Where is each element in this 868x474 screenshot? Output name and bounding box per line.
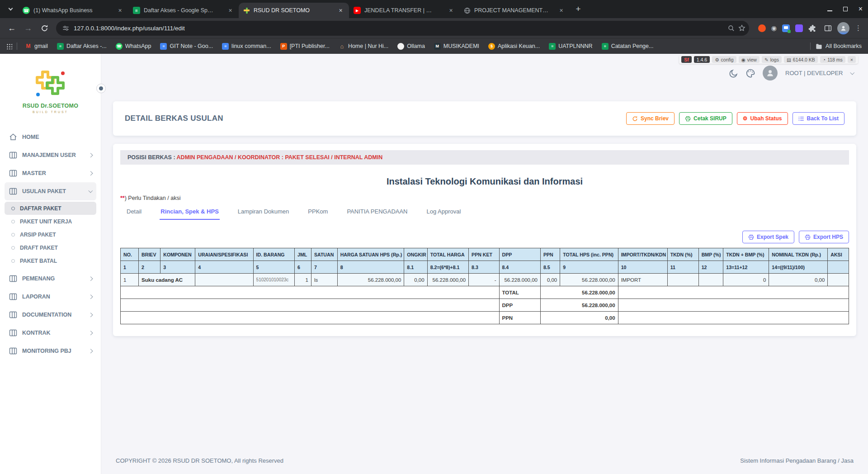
sidebar-item-kontrak[interactable]: KONTRAK <box>5 324 96 342</box>
bookmark-gmail[interactable]: Mgmail <box>22 42 51 51</box>
tab-search-button[interactable] <box>4 2 17 16</box>
bookmark-git-note[interactable]: ≡GIT Note - Goo... <box>157 42 216 51</box>
sidebar-item-documentation[interactable]: DOCUMENTATION <box>5 306 96 324</box>
sidebar-item-master[interactable]: MASTER <box>5 164 96 182</box>
debug-close-button[interactable]: × <box>848 56 856 63</box>
new-tab-button[interactable]: + <box>571 2 585 16</box>
cell-ppn: 0,00 <box>540 274 560 286</box>
browser-tab-rsud-active[interactable]: RSUD DR SOETOMO × <box>239 3 349 18</box>
cell-total-harga: 56.228.000,00 <box>427 274 468 286</box>
split-view-icon[interactable] <box>824 24 832 32</box>
numbering-cell: 11 <box>667 261 698 274</box>
bookmark-daftar-akses[interactable]: ≡Daftar Akses -... <box>54 42 110 51</box>
close-window-button[interactable]: × <box>859 5 863 13</box>
all-bookmarks-button[interactable]: All Bookmarks <box>808 43 862 50</box>
tab-close-icon[interactable]: × <box>447 7 455 14</box>
sidebar-item-laporan[interactable]: LAPORAN <box>5 288 96 306</box>
sidebar-item-draft-paket[interactable]: DRAFT PAKET <box>5 241 96 254</box>
tab-close-icon[interactable]: × <box>557 7 565 14</box>
bookmark-linux-commands[interactable]: ≡linux comman... <box>219 42 274 51</box>
bookmark-ollama[interactable]: Ollama <box>394 42 428 51</box>
cetak-sirup-button[interactable]: Cetak SIRUP <box>679 112 732 125</box>
back-to-list-button[interactable]: Back To List <box>793 112 844 125</box>
sidebar-item-paket-batal[interactable]: PAKET BATAL <box>5 254 96 267</box>
browser-tab-project[interactable]: PROJECT MANAGEMENT… × <box>459 3 570 18</box>
maximize-button[interactable] <box>843 5 848 13</box>
site-settings-icon[interactable] <box>62 25 69 32</box>
cell-import: IMPORT <box>618 274 667 286</box>
hps-table-wrapper: NO. BRIEV KOMPONEN URAIAN/SPESIFIKASI ID… <box>120 248 849 324</box>
tab-log-approval[interactable]: Log Approval <box>426 204 462 220</box>
minimize-button[interactable] <box>827 5 832 13</box>
browser-tab-whatsapp[interactable]: ☎ (1) WhatsApp Business × <box>18 3 128 18</box>
user-avatar[interactable] <box>763 66 778 81</box>
sidebar-item-daftar-paket[interactable]: DAFTAR PAKET <box>5 202 96 215</box>
sidebar-item-pemenang[interactable]: PEMENANG <box>5 270 96 288</box>
sidebar-item-usulan-paket[interactable]: USULAN PAKET <box>5 182 96 200</box>
back-button[interactable]: ← <box>5 21 19 35</box>
music-icon: M <box>434 43 441 50</box>
tab-close-icon[interactable]: × <box>116 7 124 14</box>
chevron-down-icon[interactable] <box>850 70 854 74</box>
sidebar-collapse-toggle[interactable] <box>96 84 106 93</box>
blue-extension-icon[interactable] <box>782 24 790 32</box>
sidebar-item-home[interactable]: HOME <box>5 128 96 146</box>
tab-detail[interactable]: Detail <box>126 204 142 220</box>
sync-icon <box>632 116 638 122</box>
url-text[interactable]: 127.0.0.1:8000/index.php/usulan/111/edit <box>74 25 185 32</box>
bookmark-pti-publisher[interactable]: P[PTI Publisher... <box>277 42 333 51</box>
address-bar[interactable]: 127.0.0.1:8000/index.php/usulan/111/edit <box>56 21 749 36</box>
app-logo[interactable]: RSUD Dr.SOETOMO BUILD TRUST <box>0 67 101 114</box>
tab-panitia-pengadaan[interactable]: PANITIA PENGADAAN <box>346 204 408 220</box>
summary-row-total: TOTAL 56.228.000,00 <box>121 286 849 299</box>
bookmark-uatplnnnr[interactable]: ≡UATPLNNNR <box>546 42 595 51</box>
bookmark-whatsapp[interactable]: ☎WhatsApp <box>113 42 155 51</box>
sidebar-item-manajemen-user[interactable]: MANAJEMEN USER <box>5 146 96 164</box>
adblock-extension-icon[interactable] <box>758 24 766 32</box>
sync-briev-button[interactable]: Sync Briev <box>626 112 675 125</box>
search-icon[interactable] <box>728 25 735 32</box>
chevron-right-icon <box>88 171 92 175</box>
debug-config-chip[interactable]: ⚙config <box>712 56 736 63</box>
numbering-cell: 13=11+12 <box>723 261 769 274</box>
button-label: Sync Briev <box>641 115 669 122</box>
eye-extension-icon[interactable]: ◉ <box>771 25 777 31</box>
sidebar-item-arsip-paket[interactable]: ARSIP PAKET <box>5 228 96 241</box>
debug-brand-chip[interactable]: Sf <box>681 56 692 63</box>
tab-close-icon[interactable]: × <box>337 7 344 14</box>
bookmark-aplikasi-keuangan[interactable]: $Aplikasi Keuan... <box>485 42 543 51</box>
rsud-favicon-icon <box>243 7 250 14</box>
browser-avatar[interactable] <box>837 22 849 34</box>
tab-rincian-spek-hps[interactable]: Rincian, Spek & HPS <box>160 204 220 220</box>
export-hps-button[interactable]: Export HPS <box>799 231 849 243</box>
columns-icon <box>9 169 17 177</box>
sidebar-item-monitoring-pbj[interactable]: MONITORING PBJ <box>5 342 96 360</box>
export-spek-button[interactable]: Export Spek <box>742 231 794 243</box>
browser-tab-youtube[interactable]: ▶ JENDELA TRANSFER | … × <box>349 3 459 18</box>
reload-button[interactable] <box>37 21 52 35</box>
dark-mode-toggle[interactable] <box>729 69 738 78</box>
bookmark-star-icon[interactable] <box>738 24 745 32</box>
extensions-puzzle-icon[interactable] <box>808 24 816 32</box>
bookmark-catatan[interactable]: ≡Catatan Penge... <box>599 42 657 51</box>
purple-extension-icon[interactable] <box>795 24 803 32</box>
apps-grid-icon[interactable] <box>6 43 12 49</box>
user-role-label[interactable]: ROOT | DEVELOPER <box>785 70 843 76</box>
ubah-status-button[interactable]: ⚙ Ubah Status <box>737 112 788 125</box>
hps-table: NO. BRIEV KOMPONEN URAIAN/SPESIFIKASI ID… <box>120 248 849 324</box>
bookmark-musikademi[interactable]: MMUSIKADEMI <box>431 42 482 51</box>
browser-menu-icon[interactable]: ⋮ <box>855 24 862 32</box>
theme-palette-button[interactable] <box>746 69 755 78</box>
debug-view-chip[interactable]: ◉view <box>739 56 760 63</box>
home-icon: ⌂ <box>339 43 345 50</box>
numbering-cell: 6 <box>295 261 311 274</box>
bookmark-home-nur[interactable]: ⌂Home | Nur Hi... <box>335 42 392 51</box>
sidebar-item-paket-unit-kerja[interactable]: PAKET UNIT KERJA <box>5 215 96 228</box>
tab-ppkom[interactable]: PPKom <box>307 204 329 220</box>
forward-button[interactable]: → <box>21 21 35 35</box>
tab-lampiran-dokumen[interactable]: Lampiran Dokumen <box>237 204 290 220</box>
debug-logs-chip[interactable]: ✎logs <box>762 56 782 63</box>
browser-tab-sheets[interactable]: ≡ Daftar Akses - Google Sp… × <box>128 3 239 18</box>
tab-close-icon[interactable]: × <box>226 7 234 14</box>
columns-icon <box>9 275 17 283</box>
